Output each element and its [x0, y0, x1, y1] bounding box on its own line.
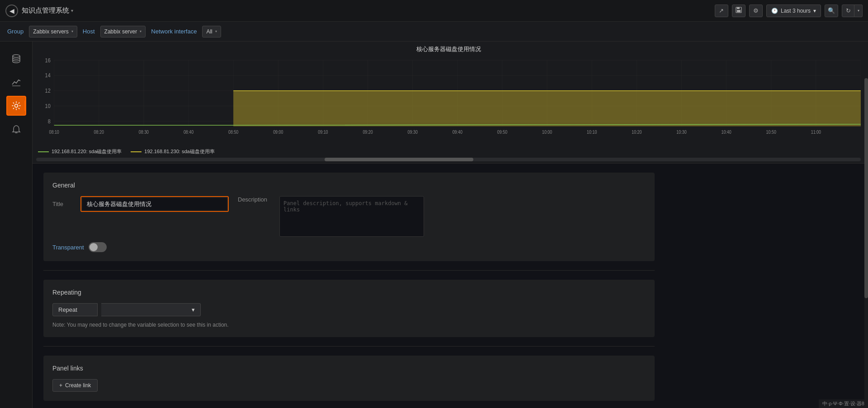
create-link-plus-icon: + — [59, 382, 62, 389]
all-select[interactable]: All ▾ — [202, 26, 221, 38]
legend-label-2: 192.168.81.230: sda磁盘使用率 — [144, 148, 214, 155]
svg-text:10:30: 10:30 — [676, 130, 686, 135]
chart-legend: 192.168.81.220: sda磁盘使用率 192.168.81.230:… — [33, 145, 864, 158]
repeat-dropdown[interactable]: ▾ — [101, 303, 201, 316]
back-button[interactable]: ◀ — [5, 5, 18, 17]
group-chevron-icon: ▾ — [71, 29, 73, 33]
svg-text:08:40: 08:40 — [184, 130, 193, 135]
host-chevron-icon: ▾ — [140, 29, 142, 33]
save-button[interactable] — [732, 5, 745, 17]
svg-text:08:20: 08:20 — [94, 130, 104, 135]
transparent-toggle[interactable] — [89, 242, 107, 252]
svg-text:08:10: 08:10 — [49, 130, 59, 135]
group-select[interactable]: Zabbix servers ▾ — [29, 26, 77, 38]
svg-text:08:30: 08:30 — [139, 130, 149, 135]
filter-bar: Group Zabbix servers ▾ Host Zabbix serve… — [0, 22, 868, 42]
repeating-section: Repeating Repeat ▾ Note: You may need to… — [43, 280, 655, 337]
chart-scrollbar[interactable] — [36, 158, 861, 161]
sidebar-item-alerts[interactable] — [6, 119, 26, 139]
sidebar-item-settings[interactable] — [6, 96, 26, 116]
repeat-dropdown-chevron-icon: ▾ — [192, 306, 195, 313]
svg-text:8: 8 — [48, 118, 51, 124]
repeat-select-wrapper: Repeat ▾ — [52, 303, 646, 316]
sidebar — [0, 42, 33, 408]
refresh-icon: ↻ — [846, 7, 851, 14]
gear-icon: ⚙ — [753, 7, 759, 14]
svg-text:10:20: 10:20 — [632, 130, 642, 135]
repeating-section-header: Repeating — [52, 289, 646, 296]
description-label: Description — [238, 196, 274, 203]
back-icon: ◀ — [9, 7, 14, 14]
refresh-dropdown-button[interactable]: ▾ — [854, 5, 863, 17]
search-button[interactable]: 🔍 — [825, 5, 838, 17]
svg-text:16: 16 — [45, 57, 51, 63]
svg-text:09:10: 09:10 — [318, 130, 328, 135]
svg-text:09:20: 09:20 — [363, 130, 373, 135]
top-bar-right: ↗ ⚙ 🕐 Last 3 hours ▾ 🔍 ↻ — [715, 5, 863, 17]
svg-rect-2 — [737, 10, 741, 12]
svg-text:11:00: 11:00 — [811, 130, 821, 135]
group-label: Group — [7, 28, 24, 35]
host-select[interactable]: Zabbix server ▾ — [100, 26, 146, 38]
description-textarea[interactable] — [279, 196, 424, 237]
bottom-status-text: 中·ρ·Ψ·Φ·置·设·器8 — [822, 400, 864, 407]
chart-svg: 16 14 12 10 8 — [36, 55, 861, 136]
svg-point-5 — [14, 104, 18, 108]
panel-links-header: Panel links — [52, 365, 646, 372]
svg-rect-1 — [737, 7, 740, 9]
all-value: All — [206, 28, 212, 35]
time-range-chevron: ▾ — [813, 8, 816, 14]
chart-container: 核心服务器磁盘使用情况 16 14 12 10 8 — [33, 42, 864, 164]
svg-text:12: 12 — [45, 88, 51, 94]
legend-color-2 — [131, 151, 142, 152]
right-scrollbar-thumb[interactable] — [864, 78, 868, 298]
svg-text:10:40: 10:40 — [721, 130, 731, 135]
share-icon: ↗ — [719, 7, 724, 14]
title-input-wrapper — [80, 196, 229, 212]
main-layout: 核心服务器磁盘使用情况 16 14 12 10 8 — [0, 42, 868, 408]
svg-text:09:30: 09:30 — [408, 130, 418, 135]
title-label: Title — [52, 201, 75, 207]
svg-text:09:00: 09:00 — [273, 130, 283, 135]
time-range-label: Last 3 hours — [781, 8, 811, 14]
svg-text:14: 14 — [45, 72, 51, 79]
svg-marker-36 — [233, 91, 861, 127]
right-scrollbar[interactable] — [864, 42, 868, 408]
transparent-row: Transparent — [52, 242, 646, 252]
repeat-note: Note: You may need to change the variabl… — [52, 322, 646, 328]
chart-scrollbar-thumb[interactable] — [325, 158, 473, 161]
svg-text:09:40: 09:40 — [453, 130, 462, 135]
content-area: 核心服务器磁盘使用情况 16 14 12 10 8 — [33, 42, 864, 408]
settings-button[interactable]: ⚙ — [749, 5, 763, 17]
title-desc-row: Title Description — [52, 196, 646, 237]
time-range-button[interactable]: 🕐 Last 3 hours ▾ — [766, 5, 821, 17]
search-icon: 🔍 — [828, 7, 835, 14]
refresh-button[interactable]: ↻ — [842, 5, 854, 17]
network-interface-label: Network interface — [151, 26, 197, 37]
top-bar-left: ◀ 知识点管理系统 ▾ — [5, 5, 73, 17]
chart-title: 核心服务器磁盘使用情况 — [33, 45, 864, 53]
svg-text:10:50: 10:50 — [766, 130, 776, 135]
sidebar-item-chart[interactable] — [6, 72, 26, 92]
sidebar-item-database[interactable] — [6, 49, 26, 69]
clock-icon: 🕐 — [771, 8, 778, 14]
bottom-bar: 中·ρ·Ψ·Φ·置·设·器8 — [819, 399, 868, 408]
app-title-chevron[interactable]: ▾ — [71, 8, 73, 13]
share-button[interactable]: ↗ — [715, 5, 728, 17]
divider-2 — [43, 346, 655, 347]
repeat-label: Repeat — [52, 303, 98, 316]
create-link-button[interactable]: + Create link — [52, 379, 98, 392]
title-group: Title — [52, 196, 229, 212]
all-chevron-icon: ▾ — [215, 29, 217, 33]
title-input[interactable] — [82, 198, 227, 210]
chart-area: 16 14 12 10 8 — [36, 55, 861, 145]
save-icon — [736, 7, 742, 14]
legend-item-2: 192.168.81.230: sda磁盘使用率 — [131, 148, 214, 155]
svg-text:10:00: 10:00 — [542, 130, 552, 135]
general-section-header: General — [52, 182, 646, 189]
legend-color-1 — [38, 151, 49, 152]
svg-text:10: 10 — [45, 103, 51, 109]
host-value: Zabbix server — [104, 28, 137, 35]
svg-text:08:50: 08:50 — [228, 130, 238, 135]
host-label: Host — [83, 28, 95, 35]
